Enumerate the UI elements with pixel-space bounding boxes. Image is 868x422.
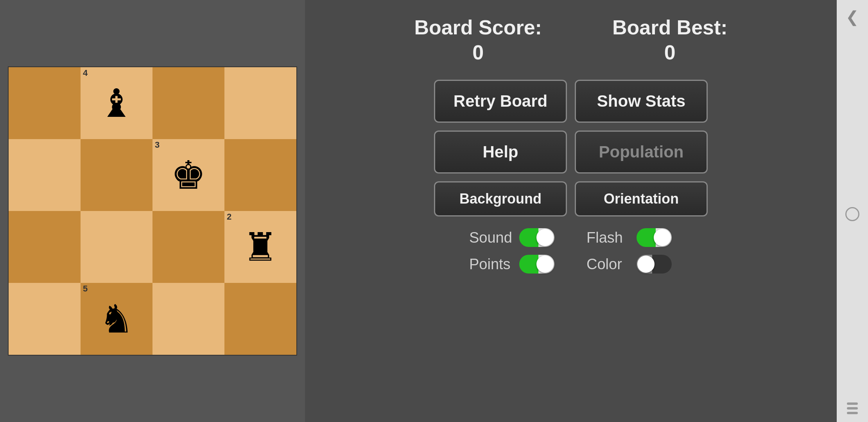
board-score-block: Board Score: 0	[414, 16, 542, 64]
board-score-value: 0	[472, 41, 484, 64]
flash-toggle-item: Flash	[586, 228, 673, 247]
mid-btn-row: Help Population	[434, 131, 708, 173]
nav-line-3	[847, 412, 858, 414]
cell-2-3[interactable]: 2 ♜	[224, 211, 296, 283]
flash-toggle-knob	[654, 229, 671, 246]
bishop-piece: ♝	[99, 84, 134, 123]
cell-3-0[interactable]	[9, 283, 81, 355]
top-btn-row: Retry Board Show Stats	[434, 80, 708, 123]
score-row: Board Score: 0 Board Best: 0	[328, 16, 813, 64]
toggle-row-1: Sound Flash	[434, 228, 708, 247]
toggle-row-2: Points Color	[434, 255, 708, 274]
cell-1-1[interactable]	[81, 139, 152, 211]
chess-board[interactable]: 4 ♝ 3 ♚ 2 ♜ 5 ♞	[8, 66, 297, 356]
cell-2-1[interactable]	[81, 211, 152, 283]
sound-toggle[interactable]	[519, 228, 554, 247]
points-toggle-knob	[536, 256, 554, 273]
orientation-button[interactable]: Orientation	[575, 181, 708, 216]
cell-0-1[interactable]: 4 ♝	[81, 67, 152, 139]
cell-1-0[interactable]	[9, 139, 81, 211]
points-toggle[interactable]	[519, 255, 554, 274]
back-chevron[interactable]: ❮	[846, 8, 859, 26]
right-panel: Board Score: 0 Board Best: 0 Retry Board…	[305, 0, 837, 422]
retry-board-button[interactable]: Retry Board	[434, 80, 567, 123]
points-toggle-item: Points	[469, 255, 555, 274]
cell-number-3-1: 5	[83, 284, 88, 293]
board-best-block: Board Best: 0	[612, 16, 728, 64]
nav-line-2	[847, 407, 858, 409]
color-toggle[interactable]	[637, 255, 672, 274]
color-toggle-item: Color	[586, 255, 673, 274]
small-btn-row: Background Orientation	[434, 181, 708, 216]
board-area: 4 ♝ 3 ♚ 2 ♜ 5 ♞	[0, 0, 305, 422]
cell-1-3[interactable]	[224, 139, 296, 211]
nav-menu-lines[interactable]	[847, 402, 858, 414]
cell-3-3[interactable]	[224, 283, 296, 355]
board-best-label: Board Best:	[612, 16, 728, 39]
board-score-label: Board Score:	[414, 16, 542, 39]
cell-number-2-3: 2	[227, 213, 231, 221]
sound-label: Sound	[469, 229, 512, 246]
background-button[interactable]: Background	[434, 181, 567, 216]
points-label: Points	[469, 256, 512, 273]
cell-0-2[interactable]	[152, 67, 224, 139]
flash-toggle[interactable]	[637, 228, 672, 247]
board-best-value: 0	[664, 41, 676, 64]
knight-piece: ♞	[99, 299, 134, 338]
help-button[interactable]: Help	[434, 131, 567, 173]
rook-piece: ♜	[243, 227, 278, 266]
cell-3-2[interactable]	[152, 283, 224, 355]
cell-1-2[interactable]: 3 ♚	[152, 139, 224, 211]
sound-toggle-knob	[536, 229, 554, 246]
cell-0-0[interactable]	[9, 67, 81, 139]
sidebar-nav: ❮	[837, 0, 868, 422]
sound-toggle-item: Sound	[469, 228, 555, 247]
cell-number-0-1: 4	[83, 69, 88, 77]
population-button[interactable]: Population	[575, 131, 708, 173]
cell-0-3[interactable]	[224, 67, 296, 139]
color-toggle-knob	[637, 256, 655, 273]
toggle-section: Sound Flash Points	[434, 228, 708, 274]
nav-home-circle[interactable]	[845, 207, 859, 221]
cell-number-1-2: 3	[155, 141, 160, 149]
cell-2-0[interactable]	[9, 211, 81, 283]
king-piece: ♚	[171, 156, 206, 195]
color-label: Color	[586, 256, 629, 273]
show-stats-button[interactable]: Show Stats	[575, 80, 708, 123]
cell-2-2[interactable]	[152, 211, 224, 283]
flash-label: Flash	[586, 229, 629, 246]
cell-3-1[interactable]: 5 ♞	[81, 283, 152, 355]
nav-line-1	[847, 402, 858, 405]
